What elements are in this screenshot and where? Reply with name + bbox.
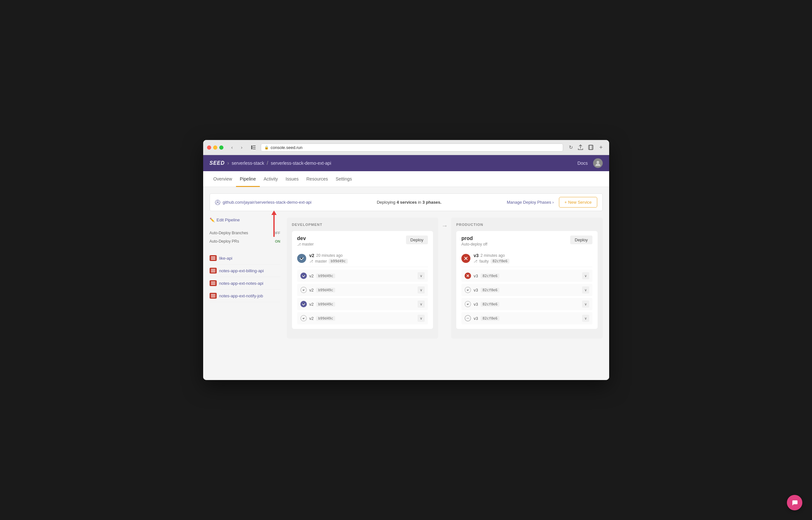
service-name-like-api: like-api [219,256,232,261]
auto-deploy-branches-value: OFF [273,231,280,235]
dev-service-expand-0[interactable]: ∨ [417,272,425,279]
breadcrumb-sep-2: / [267,160,268,166]
seed-logo[interactable]: SEED [210,160,225,166]
browser-window: ‹ › 🔒 console.seed.run ↻ [203,140,609,380]
prod-service-expand-3[interactable]: ∨ [582,315,589,322]
env-card-dev: dev ⎇ master Deploy [292,231,433,329]
tab-settings[interactable]: Settings [332,171,356,187]
prod-service-commit-1: 82cf0e6 [481,288,499,292]
env-prod-branch: Auto-deploy off [461,242,487,246]
pipeline-sidebar: ✏️ Edit Pipeline Auto-Deploy Branches OF… [210,217,287,339]
prod-service-row-left-3: v3 82cf0e6 [464,315,499,321]
service-icon-like-api [210,255,217,261]
sidebar-service-like-api[interactable]: like-api [210,252,280,264]
tab-pipeline[interactable]: Pipeline [236,171,260,187]
prod-service-expand-1[interactable]: ∨ [582,286,589,293]
svg-rect-1 [253,146,256,146]
dev-service-row-2: v2 b99d49c ∨ [297,298,428,310]
new-service-button[interactable]: + New Service [559,197,597,208]
repo-bar-center: Deploying 4 services in 3 phases. [377,200,441,205]
stage-arrow: → [438,217,451,229]
add-tab-button[interactable]: + [597,143,605,152]
prod-deploy-button[interactable]: Deploy [570,236,592,244]
dev-summary-success-icon [297,254,306,263]
docs-link[interactable]: Docs [578,161,588,166]
dev-service-commit-0: b99d49c [316,274,335,278]
breadcrumb-app[interactable]: serverless-stack-demo-ext-api [271,161,331,166]
dev-service-row-right-0: ∨ [417,272,425,279]
manage-phases-link[interactable]: Manage Deploy Phases › [507,200,554,205]
svg-point-6 [597,161,599,163]
prod-deploy-meta: ⎇ faulty 82cf0e6 [474,259,509,263]
breadcrumb-org[interactable]: serverless-stack [231,161,264,166]
repo-url[interactable]: github.com/jayair/serverless-stack-demo-… [223,200,312,205]
tab-resources[interactable]: Resources [303,171,332,187]
sidebar-service-billing-api[interactable]: notes-app-ext-billing-api [210,264,280,277]
chat-widget[interactable] [787,495,802,510]
prod-service-row-right-3: ∨ [582,315,589,322]
prod-branch-icon-meta: ⎇ [474,259,478,263]
auto-deploy-prs-row: Auto-Deploy PRs ON [210,237,280,245]
arrow-icon: → [441,222,448,229]
dev-service-row-left-3: v2 b99d49c [300,315,335,321]
stage-development: DEVELOPMENT dev ⎇ master [287,217,438,339]
back-button[interactable]: ‹ [228,143,236,152]
prod-service-row-2: v3 82cf0e6 ∨ [461,298,592,310]
dev-service-row-left-2: v2 b99d49c [300,301,335,307]
sidebar-toggle-button[interactable] [249,143,258,152]
dev-service-commit-3: b99d49c [316,316,335,321]
address-bar[interactable]: 🔒 console.seed.run [261,144,563,152]
prod-deploy-time: 2 minutes ago [481,253,505,258]
main-content: github.com/jayair/serverless-stack-demo-… [203,187,609,380]
stage-development-header: DEVELOPMENT [292,223,433,227]
breadcrumb-sep-1: › [227,160,229,166]
tab-overview[interactable]: Overview [210,171,236,187]
prod-service-version-0: v3 [474,274,478,278]
dev-service-expand-1[interactable]: ∨ [417,286,425,293]
app-header-left: SEED › serverless-stack / serverless-sta… [210,160,331,166]
new-tab-button[interactable] [587,143,595,152]
dev-version: v2 [309,253,314,258]
tab-activity[interactable]: Activity [260,171,282,187]
close-button[interactable] [207,146,211,150]
dev-service-expand-3[interactable]: ∨ [417,315,425,322]
svg-rect-4 [588,145,593,150]
edit-pipeline-link[interactable]: ✏️ Edit Pipeline [210,217,280,223]
prod-version-row: v3 2 minutes ago [474,253,509,258]
service-name-notes-api: notes-app-ext-notes-api [219,281,263,286]
avatar[interactable] [593,158,603,168]
chat-icon [791,499,798,506]
forward-button[interactable]: › [237,143,246,152]
sidebar-service-notify-job[interactable]: notes-app-ext-notify-job [210,290,280,302]
browser-chrome: ‹ › 🔒 console.seed.run ↻ [203,140,609,155]
prod-service-expand-2[interactable]: ∨ [582,301,589,308]
repo-bar-right: Manage Deploy Phases › + New Service [507,197,597,208]
dev-service-row-left-0: v2 b99d49c [300,272,335,279]
prod-service-error-icon-0 [464,272,471,279]
env-dev-info: dev ⎇ master [297,236,314,246]
app-header-right: Docs [578,158,603,168]
prod-service-expand-0[interactable]: ∨ [582,272,589,279]
dev-service-row-right-3: ∨ [417,315,425,322]
minimize-button[interactable] [213,146,217,150]
edit-pipeline-label: Edit Pipeline [217,217,240,223]
dev-deploy-button[interactable]: Deploy [406,236,428,244]
sidebar-service-notes-api[interactable]: notes-app-ext-notes-api [210,277,280,290]
new-service-plus-icon: + [564,200,567,205]
dev-service-row-0: v2 b99d49c ∨ [297,270,428,282]
env-dev-branch: ⎇ master [297,242,314,246]
share-button[interactable] [576,143,585,152]
browser-actions: + [576,143,605,152]
nav-tabs: Overview Pipeline Activity Issues Resour… [203,171,609,187]
maximize-button[interactable] [219,146,224,150]
prod-service-check-icon-2 [464,301,471,307]
prod-deploy-summary: v3 2 minutes ago ⎇ faulty 82cf0e6 [461,250,592,267]
tab-issues[interactable]: Issues [282,171,302,187]
auto-deploy-branches-label: Auto-Deploy Branches [210,231,248,235]
prod-service-row-0: v3 82cf0e6 ∨ [461,270,592,282]
dev-deploy-summary: v2 20 minutes ago ⎇ master b99d49c [297,250,428,267]
dev-commit-hash: b99d49c [329,259,348,263]
env-card-prod: prod Auto-deploy off Deploy [456,231,598,329]
dev-service-expand-2[interactable]: ∨ [417,301,425,308]
reload-button[interactable]: ↻ [569,145,573,150]
